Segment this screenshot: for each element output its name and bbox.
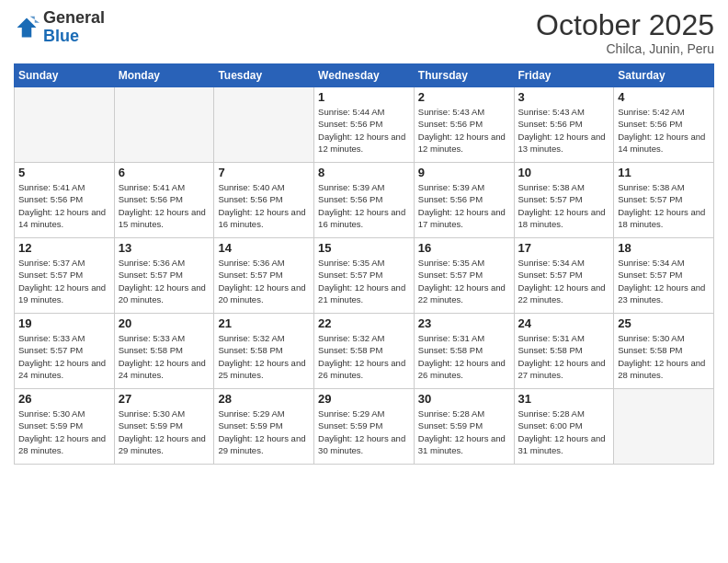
day-number: 2 bbox=[418, 90, 510, 104]
day-cell: 1Sunrise: 5:44 AM Sunset: 5:56 PM Daylig… bbox=[314, 87, 415, 163]
location-subtitle: Chilca, Junin, Peru bbox=[536, 41, 714, 56]
day-cell: 24Sunrise: 5:31 AM Sunset: 5:58 PM Dayli… bbox=[514, 314, 614, 389]
day-info: Sunrise: 5:31 AM Sunset: 5:58 PM Dayligh… bbox=[418, 332, 510, 381]
day-cell bbox=[114, 87, 214, 163]
day-number: 18 bbox=[618, 241, 710, 255]
week-row-1: 1Sunrise: 5:44 AM Sunset: 5:56 PM Daylig… bbox=[15, 87, 714, 163]
svg-marker-1 bbox=[30, 17, 40, 23]
day-info: Sunrise: 5:30 AM Sunset: 5:58 PM Dayligh… bbox=[618, 332, 710, 381]
day-number: 30 bbox=[418, 392, 510, 406]
day-number: 4 bbox=[618, 90, 710, 104]
day-cell: 29Sunrise: 5:29 AM Sunset: 5:59 PM Dayli… bbox=[314, 389, 415, 465]
day-info: Sunrise: 5:44 AM Sunset: 5:56 PM Dayligh… bbox=[318, 106, 410, 155]
day-info: Sunrise: 5:32 AM Sunset: 5:58 PM Dayligh… bbox=[318, 332, 410, 381]
logo-blue: Blue bbox=[43, 27, 79, 45]
month-title: October 2025 bbox=[536, 9, 714, 41]
day-number: 29 bbox=[318, 392, 410, 406]
day-header-tuesday: Tuesday bbox=[214, 64, 314, 87]
day-header-wednesday: Wednesday bbox=[314, 64, 415, 87]
day-info: Sunrise: 5:36 AM Sunset: 5:57 PM Dayligh… bbox=[218, 257, 310, 305]
day-info: Sunrise: 5:34 AM Sunset: 5:57 PM Dayligh… bbox=[518, 257, 610, 305]
day-number: 23 bbox=[418, 316, 510, 330]
day-cell bbox=[15, 87, 115, 163]
day-info: Sunrise: 5:31 AM Sunset: 5:58 PM Dayligh… bbox=[518, 332, 610, 381]
title-area: October 2025 Chilca, Junin, Peru bbox=[536, 9, 714, 56]
day-cell: 15Sunrise: 5:35 AM Sunset: 5:57 PM Dayli… bbox=[314, 238, 415, 314]
day-number: 22 bbox=[318, 316, 410, 330]
day-info: Sunrise: 5:29 AM Sunset: 5:59 PM Dayligh… bbox=[218, 408, 310, 456]
day-cell: 16Sunrise: 5:35 AM Sunset: 5:57 PM Dayli… bbox=[414, 238, 514, 314]
day-number: 27 bbox=[119, 392, 210, 406]
day-number: 7 bbox=[218, 166, 310, 179]
day-number: 8 bbox=[318, 166, 410, 179]
day-number: 6 bbox=[119, 166, 210, 179]
day-cell: 26Sunrise: 5:30 AM Sunset: 5:59 PM Dayli… bbox=[15, 389, 115, 465]
day-info: Sunrise: 5:35 AM Sunset: 5:57 PM Dayligh… bbox=[418, 257, 510, 305]
day-info: Sunrise: 5:36 AM Sunset: 5:57 PM Dayligh… bbox=[119, 257, 210, 305]
day-header-saturday: Saturday bbox=[614, 64, 714, 87]
week-row-5: 26Sunrise: 5:30 AM Sunset: 5:59 PM Dayli… bbox=[15, 389, 714, 465]
day-cell: 4Sunrise: 5:42 AM Sunset: 5:56 PM Daylig… bbox=[614, 87, 714, 163]
calendar-table: SundayMondayTuesdayWednesdayThursdayFrid… bbox=[14, 63, 714, 465]
day-header-sunday: Sunday bbox=[15, 64, 115, 87]
day-cell: 12Sunrise: 5:37 AM Sunset: 5:57 PM Dayli… bbox=[15, 238, 115, 314]
day-number: 21 bbox=[218, 316, 310, 330]
logo-general: General bbox=[43, 8, 105, 27]
day-cell: 13Sunrise: 5:36 AM Sunset: 5:57 PM Dayli… bbox=[114, 238, 214, 314]
day-info: Sunrise: 5:28 AM Sunset: 5:59 PM Dayligh… bbox=[418, 408, 510, 456]
day-cell: 10Sunrise: 5:38 AM Sunset: 5:57 PM Dayli… bbox=[514, 163, 614, 238]
day-number: 26 bbox=[18, 392, 110, 406]
day-info: Sunrise: 5:38 AM Sunset: 5:57 PM Dayligh… bbox=[618, 181, 710, 230]
day-info: Sunrise: 5:41 AM Sunset: 5:56 PM Dayligh… bbox=[18, 181, 110, 230]
day-info: Sunrise: 5:35 AM Sunset: 5:57 PM Dayligh… bbox=[318, 257, 410, 305]
day-cell: 25Sunrise: 5:30 AM Sunset: 5:58 PM Dayli… bbox=[614, 314, 714, 389]
day-info: Sunrise: 5:30 AM Sunset: 5:59 PM Dayligh… bbox=[119, 408, 210, 456]
day-number: 1 bbox=[318, 90, 410, 104]
day-number: 13 bbox=[119, 241, 210, 255]
day-cell bbox=[614, 389, 714, 465]
day-info: Sunrise: 5:41 AM Sunset: 5:56 PM Dayligh… bbox=[119, 181, 210, 230]
day-info: Sunrise: 5:34 AM Sunset: 5:57 PM Dayligh… bbox=[618, 257, 710, 305]
day-cell: 21Sunrise: 5:32 AM Sunset: 5:58 PM Dayli… bbox=[214, 314, 314, 389]
day-cell: 28Sunrise: 5:29 AM Sunset: 5:59 PM Dayli… bbox=[214, 389, 314, 465]
day-header-friday: Friday bbox=[514, 64, 614, 87]
header: General Blue October 2025 Chilca, Junin,… bbox=[14, 9, 714, 56]
day-cell: 9Sunrise: 5:39 AM Sunset: 5:56 PM Daylig… bbox=[414, 163, 514, 238]
day-number: 5 bbox=[18, 166, 110, 179]
logo-text: General Blue bbox=[43, 9, 105, 46]
day-number: 11 bbox=[618, 166, 710, 179]
day-cell: 2Sunrise: 5:43 AM Sunset: 5:56 PM Daylig… bbox=[414, 87, 514, 163]
days-header-row: SundayMondayTuesdayWednesdayThursdayFrid… bbox=[15, 64, 714, 87]
day-number: 20 bbox=[119, 316, 210, 330]
day-cell: 18Sunrise: 5:34 AM Sunset: 5:57 PM Dayli… bbox=[614, 238, 714, 314]
day-cell: 11Sunrise: 5:38 AM Sunset: 5:57 PM Dayli… bbox=[614, 163, 714, 238]
day-number: 17 bbox=[518, 241, 610, 255]
day-number: 14 bbox=[218, 241, 310, 255]
day-info: Sunrise: 5:32 AM Sunset: 5:58 PM Dayligh… bbox=[218, 332, 310, 381]
day-info: Sunrise: 5:28 AM Sunset: 6:00 PM Dayligh… bbox=[518, 408, 610, 456]
day-number: 10 bbox=[518, 166, 610, 179]
week-row-2: 5Sunrise: 5:41 AM Sunset: 5:56 PM Daylig… bbox=[15, 163, 714, 238]
day-number: 31 bbox=[518, 392, 610, 406]
day-info: Sunrise: 5:37 AM Sunset: 5:57 PM Dayligh… bbox=[18, 257, 110, 305]
day-cell: 31Sunrise: 5:28 AM Sunset: 6:00 PM Dayli… bbox=[514, 389, 614, 465]
day-number: 15 bbox=[318, 241, 410, 255]
day-cell: 5Sunrise: 5:41 AM Sunset: 5:56 PM Daylig… bbox=[15, 163, 115, 238]
day-info: Sunrise: 5:40 AM Sunset: 5:56 PM Dayligh… bbox=[218, 181, 310, 230]
day-cell: 3Sunrise: 5:43 AM Sunset: 5:56 PM Daylig… bbox=[514, 87, 614, 163]
day-cell: 27Sunrise: 5:30 AM Sunset: 5:59 PM Dayli… bbox=[114, 389, 214, 465]
day-cell: 19Sunrise: 5:33 AM Sunset: 5:57 PM Dayli… bbox=[15, 314, 115, 389]
day-number: 3 bbox=[518, 90, 610, 104]
week-row-3: 12Sunrise: 5:37 AM Sunset: 5:57 PM Dayli… bbox=[15, 238, 714, 314]
day-cell: 8Sunrise: 5:39 AM Sunset: 5:56 PM Daylig… bbox=[314, 163, 415, 238]
day-info: Sunrise: 5:43 AM Sunset: 5:56 PM Dayligh… bbox=[418, 106, 510, 155]
day-number: 9 bbox=[418, 166, 510, 179]
day-cell: 14Sunrise: 5:36 AM Sunset: 5:57 PM Dayli… bbox=[214, 238, 314, 314]
day-info: Sunrise: 5:39 AM Sunset: 5:56 PM Dayligh… bbox=[418, 181, 510, 230]
day-info: Sunrise: 5:39 AM Sunset: 5:56 PM Dayligh… bbox=[318, 181, 410, 230]
day-info: Sunrise: 5:38 AM Sunset: 5:57 PM Dayligh… bbox=[518, 181, 610, 230]
day-info: Sunrise: 5:29 AM Sunset: 5:59 PM Dayligh… bbox=[318, 408, 410, 456]
day-header-thursday: Thursday bbox=[414, 64, 514, 87]
svg-marker-0 bbox=[17, 17, 37, 37]
day-cell: 23Sunrise: 5:31 AM Sunset: 5:58 PM Dayli… bbox=[414, 314, 514, 389]
